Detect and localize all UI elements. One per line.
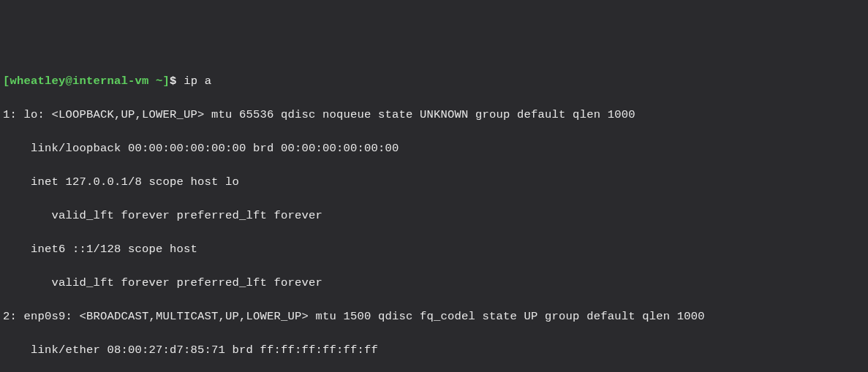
prompt-path: ~ [149,75,163,88]
output-line: 1: lo: <LOOPBACK,UP,LOWER_UP> mtu 65536 … [3,107,865,124]
output-line: link/ether 08:00:27:d7:85:71 brd ff:ff:f… [3,342,865,359]
prompt-host: internal-vm [72,75,149,88]
terminal-output[interactable]: [wheatley@internal-vm ~]$ ip a 1: lo: <L… [3,73,865,372]
prompt-close-bracket: ] [163,75,170,88]
prompt-at: @ [66,75,73,88]
output-line: link/loopback 00:00:00:00:00:00 brd 00:0… [3,140,865,157]
prompt-user: wheatley [10,75,66,88]
output-line: valid_lft forever preferred_lft forever [3,208,865,224]
output-line: 2: enp0s9: <BROADCAST,MULTICAST,UP,LOWER… [3,308,865,325]
prompt-symbol: $ [170,75,184,88]
output-line: valid_lft forever preferred_lft forever [3,275,865,292]
output-line: inet6 ::1/128 scope host [3,241,865,258]
output-line: inet 127.0.0.1/8 scope host lo [3,174,865,191]
prompt-open-bracket: [ [3,75,10,88]
prompt-line-1: [wheatley@internal-vm ~]$ ip a [3,73,865,90]
command-ip-a: ip a [184,75,211,88]
